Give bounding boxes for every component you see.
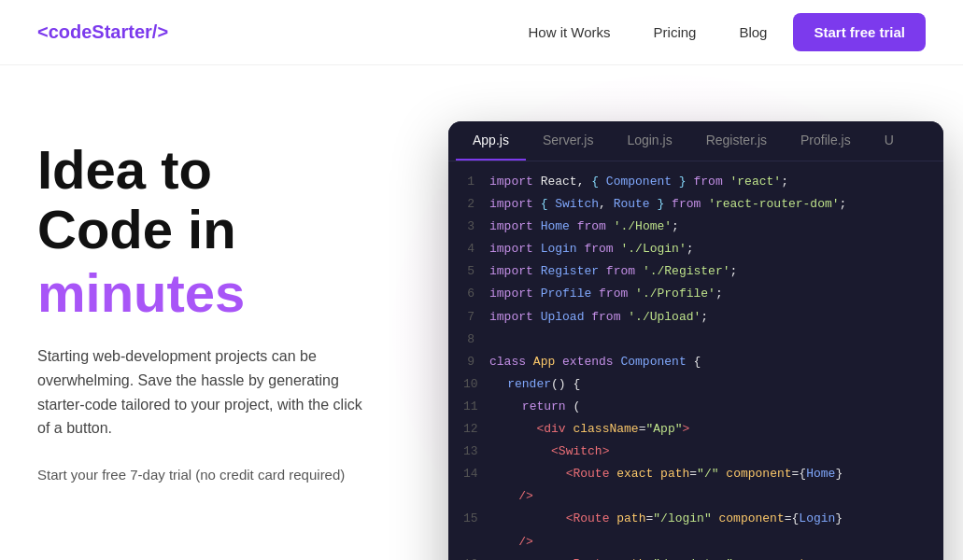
code-line-8: 8 [448,329,943,351]
code-line-1: 1 import React, { Component } from 'reac… [448,171,943,193]
hero-left: Idea to Code in minutes Starting web-dev… [37,121,392,483]
hero-headline-line1: Idea to Code in [37,140,392,259]
tab-serverjs[interactable]: Server.js [526,121,610,161]
tab-more[interactable]: U [868,121,911,161]
code-line-14b: /> [448,485,943,508]
code-line-7: 7 import Upload from './Upload'; [448,306,943,329]
header: <codeStarter/> How it Works Pricing Blog… [0,0,963,65]
tab-appjs[interactable]: App.js [456,121,526,161]
tab-profilejs[interactable]: Profile.js [784,121,868,161]
tab-loginjs[interactable]: Login.js [610,121,688,161]
code-line-14: 14 <Route exact path="/" component={Home… [448,463,943,485]
code-line-16: 16 <Route path="/register" component= [448,553,943,560]
logo: <codeStarter/> [37,21,168,43]
hero-description: Starting web-development projects can be… [37,344,374,440]
code-line-9: 9 class App extends Component { [448,351,943,373]
code-line-6: 6 import Profile from './Profile'; [448,283,943,305]
main-nav: How it Works Pricing Blog Start free tri… [511,13,926,51]
code-line-4: 4 import Login from './Login'; [448,238,943,260]
code-line-15: 15 <Route path="/login" component={Login… [448,508,943,530]
trial-note: Start your free 7-day trial (no credit c… [37,467,392,483]
nav-pricing[interactable]: Pricing [637,17,714,48]
hero-headline-accent: minutes [37,263,392,323]
code-line-15b: /> [448,531,943,553]
code-panel: App.js Server.js Login.js Register.js Pr… [448,121,943,560]
code-tabs: App.js Server.js Login.js Register.js Pr… [448,121,943,161]
code-line-3: 3 import Home from './Home'; [448,216,943,238]
tab-registerjs[interactable]: Register.js [689,121,784,161]
code-line-13: 13 <Switch> [448,441,943,463]
code-line-5: 5 import Register from './Register'; [448,260,943,283]
start-free-trial-button[interactable]: Start free trial [793,13,926,51]
code-line-10: 10 render() { [448,373,943,396]
nav-blog[interactable]: Blog [722,17,784,48]
hero-section: Idea to Code in minutes Starting web-dev… [0,65,963,560]
code-line-11: 11 return ( [448,396,943,418]
code-window: App.js Server.js Login.js Register.js Pr… [448,121,943,560]
nav-how-it-works[interactable]: How it Works [511,17,627,48]
code-editor: 1 import React, { Component } from 'reac… [448,161,943,560]
code-line-12: 12 <div className="App"> [448,418,943,441]
code-line-2: 2 import { Switch, Route } from 'react-r… [448,193,943,216]
